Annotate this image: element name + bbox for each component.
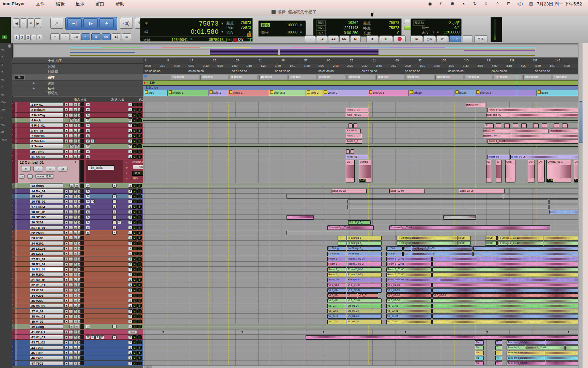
mute-button[interactable]: M — [75, 184, 79, 188]
track-row-FE_02[interactable]: ◦16 FE_02●ISMbOq5Mvp — [12, 199, 143, 204]
clip-Tremolo Egt_01-04[interactable]: Tremolo Egt_01-04 — [389, 225, 550, 230]
automation-pan-button[interactable]: p — [137, 304, 142, 308]
track-name[interactable]: 14 Bs_02 — [30, 189, 63, 193]
automation-volume-button[interactable]: v — [132, 236, 137, 240]
track-arrow-cell[interactable]: ◦ — [12, 199, 15, 204]
clip-Va_02-0[interactable]: Va_02-0 — [327, 309, 346, 313]
track-row-hh_01[interactable]: ◦11 hh_01●ISMb1dvp — [12, 154, 143, 159]
record-enable-button[interactable]: ● — [64, 123, 68, 127]
clip-Room 1_![interactable]: Room 1_! — [327, 262, 346, 266]
input-monitor-button[interactable]: I — [69, 330, 73, 334]
meter-label[interactable]: 拍号 — [421, 25, 429, 30]
clip-Ri[interactable]: Ri — [485, 123, 494, 128]
automation-pan-button[interactable]: p — [137, 356, 142, 360]
input-monitor-button[interactable]: I — [69, 299, 73, 303]
solo-button[interactable]: S — [73, 220, 77, 224]
clip-VI 1_02-[interactable]: VI 1_02- — [327, 288, 346, 293]
record-enable-button[interactable]: ● — [64, 155, 68, 159]
automation-volume-button[interactable]: v — [132, 184, 137, 188]
hscroll-left-arrow[interactable]: ◂▸ — [144, 366, 152, 368]
clip[interactable] — [544, 236, 578, 240]
expander-icon[interactable]: ▶ — [33, 87, 35, 90]
play-button[interactable]: ▶ — [380, 35, 392, 42]
track-arrow-cell[interactable]: ◦ — [12, 204, 15, 209]
track-name[interactable]: 28 R1_02 — [30, 262, 63, 266]
clip-Lo Strings 2_01-09[interactable]: Lo Strings 2_01-09 — [412, 252, 473, 256]
track-name[interactable]: 12 Cymbal_01 — [20, 160, 44, 164]
main-counter-caret[interactable]: ▼ — [221, 22, 224, 25]
record-enable-button[interactable]: ● — [64, 205, 68, 209]
marker-verse 1[interactable]: verse 1 — [228, 90, 269, 96]
menu-item-窗口[interactable]: 窗口 — [95, 1, 104, 7]
automation-breakpoint[interactable] — [163, 331, 164, 333]
mute-button[interactable]: M — [75, 325, 79, 328]
insert-slot-O[interactable]: O — [91, 200, 95, 203]
track-arrow-cell[interactable]: ◦ — [12, 118, 15, 122]
automation-pan-button[interactable]: p — [137, 283, 142, 287]
clip[interactable] — [432, 257, 578, 261]
ruler-label-时间码[interactable]: 时间码 — [12, 69, 143, 75]
automation-pan-button[interactable]: p — [137, 113, 142, 117]
clip-Lo:[interactable]: Lo: — [403, 252, 411, 256]
automation-pan-button[interactable]: p — [137, 103, 142, 106]
track-name-caret[interactable]: ▼ — [74, 161, 77, 164]
automation-volume-button[interactable]: v — [132, 108, 137, 112]
selection-end-value[interactable]: 75873 — [227, 25, 251, 29]
clip-Audio 1_04-04[interactable]: Audio 1_04-04 — [488, 139, 578, 144]
input-monitor-button[interactable]: I — [69, 215, 73, 219]
marker-Intro[interactable]: Intro — [144, 90, 168, 96]
input-monitor-button[interactable]: I — [69, 346, 73, 350]
clip-Va_01-![interactable]: Va_01-! — [327, 304, 346, 308]
clip-Audio 1_04-01[interactable]: Audio 1_04-01 — [483, 134, 578, 138]
track-name[interactable]: 31 SA_01 — [30, 278, 63, 282]
clip-Tui[interactable]: Tui — [475, 356, 484, 360]
track-name[interactable]: 27 R1_01 — [30, 257, 63, 261]
input-monitor-button[interactable]: I — [69, 220, 73, 224]
track-name[interactable]: 7 SnrCm — [30, 134, 63, 138]
track-arrow-cell[interactable]: ◦ — [12, 144, 15, 148]
track-row-T202[interactable]: ◦44 T202●ISM1vvp — [12, 345, 143, 350]
record-enable-button[interactable]: ● — [64, 113, 68, 117]
automation-pan-button[interactable]: p — [137, 200, 142, 203]
automation-volume-button[interactable]: v — [132, 278, 137, 282]
panel-toggle-icon[interactable] — [7, 44, 12, 48]
insert-slot-b[interactable]: b — [86, 189, 90, 193]
marker-solo 1[interactable]: solo 1 — [208, 90, 228, 96]
automation-volume-button[interactable]: v — [132, 247, 137, 250]
menu-item-编辑[interactable]: 编辑 — [56, 1, 65, 7]
automation-pan-button[interactable]: p — [137, 226, 142, 230]
clip[interactable] — [549, 200, 578, 204]
solo-button[interactable]: S — [73, 236, 77, 240]
automation-volume-button[interactable]: v — [132, 325, 137, 328]
zoom-preset-5[interactable]: 5 — [37, 35, 42, 40]
solo-button[interactable]: S — [69, 144, 74, 148]
tempo-ruler[interactable]: ♩120 — [143, 80, 578, 86]
clip[interactable] — [432, 314, 578, 319]
track-row-KckCm[interactable]: ◦2 KckCm●ISMb7Kvp — [12, 107, 143, 112]
track-name[interactable]: 38 Vc_01 — [30, 314, 63, 318]
record-enable-button[interactable]: ● — [64, 351, 68, 355]
insert-slot-O[interactable]: O — [86, 325, 90, 328]
track-row-SnrAm[interactable]: ◦8 SnrAm●ISM2b7Svp — [12, 138, 143, 144]
input-monitor-button[interactable]: I — [69, 294, 73, 297]
clip-Hi Strings 1_01-12[interactable]: Hi Strings 1_01-12 — [497, 236, 543, 240]
solo-button[interactable]: S — [73, 320, 77, 323]
clip[interactable] — [549, 210, 578, 214]
clip[interactable] — [562, 123, 568, 128]
record-enable-button[interactable]: ● — [64, 220, 68, 224]
automation-pan-button[interactable]: p — [137, 134, 142, 138]
track-arrow-cell[interactable]: ◦ — [12, 209, 15, 214]
automation-pan-button[interactable]: p — [137, 108, 142, 112]
marker-chorus 3[interactable]: chorus 3 — [368, 90, 409, 96]
tempo-caret[interactable]: ▼ — [436, 31, 439, 34]
marker-solo 2[interactable]: solo 2 — [306, 90, 323, 96]
record-enable-button[interactable]: ● — [64, 273, 68, 276]
transport-length-value[interactable]: 0 — [373, 31, 399, 35]
input-monitor-button[interactable]: I — [69, 210, 73, 214]
clip[interactable] — [432, 288, 578, 293]
automation-pan-button[interactable]: p — [137, 123, 142, 127]
expander-icon[interactable]: ▶ — [33, 82, 35, 85]
automation-volume-button[interactable]: v — [132, 118, 137, 122]
mirror-edit-button[interactable]: ≡⇆ — [102, 33, 111, 40]
automation-volume-button[interactable]: v — [132, 129, 137, 133]
